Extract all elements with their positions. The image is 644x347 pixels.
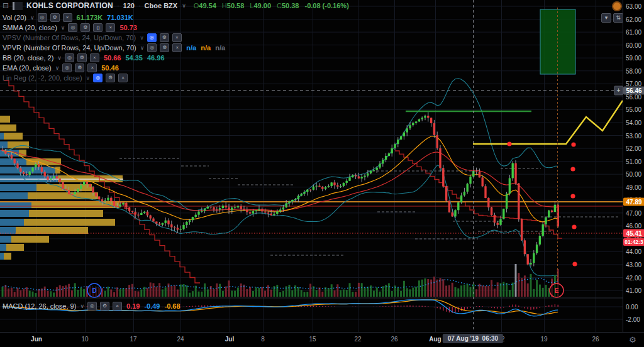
gear-icon[interactable]: ⚙	[160, 33, 169, 42]
indicator-value: n/a	[215, 44, 225, 52]
time-tick-label: 22	[354, 336, 361, 343]
eye-icon[interactable]: ◎	[93, 74, 103, 82]
red-dot-marker[interactable]	[570, 167, 575, 171]
price-tick-label: 46.00	[626, 223, 641, 229]
close-icon[interactable]: ×	[172, 33, 182, 42]
indicator-row-smma: SMMA (20, close)∨◎⚙{}×50.73	[3, 23, 225, 32]
close-icon[interactable]: ×	[87, 63, 97, 72]
add-alert-plus-button[interactable]: +	[614, 86, 623, 96]
volume-profile-down-bar	[4, 133, 23, 140]
indicator-label[interactable]: EMA (20, close)	[3, 64, 52, 72]
indicator-label[interactable]: MACD (12, 26, close, 9)	[3, 302, 76, 310]
svg-text:E: E	[555, 287, 559, 294]
interval-selector[interactable]: 120	[123, 2, 135, 9]
top-right-controls: ▾ ⇅	[601, 1, 623, 23]
indicator-legend: Vol (20)∨◎⚙×61.173K71.031KSMMA (20, clos…	[3, 13, 225, 83]
volume-profile-up-bar	[0, 236, 11, 243]
price-tick-label: 59.00	[626, 55, 641, 62]
macd-tick-label: -2.00	[626, 316, 640, 323]
volume-profile-down-bar	[28, 192, 98, 199]
red-dot-marker[interactable]	[572, 262, 577, 266]
close-icon[interactable]: ×	[106, 23, 115, 32]
eye-icon[interactable]: ◎	[68, 23, 77, 32]
eye-icon[interactable]: ◎	[65, 53, 74, 62]
indicator-label[interactable]: VPVR (Number Of Rows, 24, Up/Down, 70)	[3, 44, 136, 52]
chevron-down-icon[interactable]: ∨	[80, 303, 84, 309]
exchange-selector[interactable]: Cboe BZX	[145, 2, 178, 9]
chevron-down-icon[interactable]: ∨	[61, 25, 65, 31]
close-icon[interactable]: ×	[118, 74, 128, 82]
volume-profile-up-bar	[0, 219, 24, 226]
gear-icon[interactable]: ⚙	[106, 74, 115, 82]
price-axis[interactable]: 63.0062.0061.0060.0059.0058.0057.0056.00…	[623, 0, 644, 332]
separator: ·	[117, 2, 119, 9]
indicator-value: -0.68	[164, 302, 180, 310]
indicator-value: 50.66	[104, 54, 121, 62]
indicator-value: 50.46	[101, 64, 119, 72]
crosshair-time-badge: 07 Aug '19 06:30	[443, 334, 503, 343]
eye-icon[interactable]: ◎	[87, 302, 97, 311]
symbol-title[interactable]: KOHLS CORPORATION	[26, 1, 113, 10]
indicator-label[interactable]: VPSV (Number Of Rows, 24, Up/Down, 70)	[3, 34, 136, 41]
close-icon[interactable]: ×	[172, 43, 182, 52]
symbol-logo	[13, 2, 23, 10]
indicator-value: 71.031K	[107, 14, 133, 21]
red-dot-marker[interactable]	[507, 141, 511, 146]
chevron-down-icon[interactable]: ∨	[140, 45, 145, 51]
volume-profile-up-bar	[0, 133, 4, 140]
alert-dot-icon[interactable]	[612, 1, 622, 11]
gear-icon[interactable]: ⚙	[80, 23, 90, 32]
chevron-down-icon[interactable]: ∨	[86, 75, 91, 81]
price-tick-label: 55.00	[626, 106, 641, 113]
price-tick-label: 60.00	[626, 41, 641, 48]
eye-icon[interactable]: ◎	[62, 63, 72, 72]
indicator-label[interactable]: BB (20, close, 2)	[3, 54, 53, 62]
gear-icon[interactable]: ⚙	[77, 53, 87, 62]
ohlc-value: -0.08 (-0.16%)	[304, 2, 348, 9]
collapse-panel-icon[interactable]: ⊟	[3, 1, 9, 10]
gear-icon[interactable]: ⚙	[100, 302, 109, 311]
trading-chart-window: DE ⊟ KOHLS CORPORATION · 120 · Cboe BZX …	[0, 0, 644, 347]
source-code-icon[interactable]: {}	[93, 23, 103, 32]
eye-icon[interactable]: ◎	[147, 33, 157, 42]
indicator-row-bb: BB (20, close, 2)∨◎⚙×50.6654.3546.96	[3, 53, 225, 62]
chevron-down-icon[interactable]: ∨	[55, 65, 60, 71]
ohlc-value: O49.54	[194, 2, 216, 9]
price-tick-label: 61.00	[626, 29, 641, 36]
indicator-label[interactable]: Lin Reg (2, -2, 200, close)	[3, 74, 82, 82]
indicator-row-vol: Vol (20)∨◎⚙×61.173K71.031K	[3, 13, 225, 22]
red-dot-marker[interactable]	[570, 194, 575, 198]
eye-icon[interactable]: ◎	[38, 13, 47, 22]
gear-icon[interactable]: ⚙	[50, 13, 60, 22]
time-tick-label: 8	[261, 336, 265, 343]
indicator-value: 0.19	[126, 302, 140, 310]
axis-settings-gear-icon[interactable]: ⚙	[629, 335, 636, 344]
indicator-label[interactable]: SMMA (20, close)	[3, 24, 57, 31]
indicator-label[interactable]: Vol (20)	[3, 14, 26, 21]
expand-collapse-button[interactable]: ⇅	[613, 13, 623, 23]
indicator-value: 61.173K	[77, 14, 103, 21]
indicator-value: 54.35	[125, 54, 143, 62]
close-icon[interactable]: ×	[63, 13, 72, 22]
close-icon[interactable]: ×	[90, 53, 99, 62]
red-dot-marker[interactable]	[572, 224, 576, 229]
volume-profile-down-bar	[36, 184, 92, 191]
red-dot-marker[interactable]	[571, 142, 575, 146]
indicator-value: 50.73	[119, 24, 137, 31]
price-badge: 47.89	[623, 198, 644, 206]
collapse-down-button[interactable]: ▾	[601, 13, 611, 23]
eye-icon[interactable]: ◎	[147, 43, 157, 52]
gear-icon[interactable]: ⚙	[160, 43, 169, 52]
chevron-down-icon[interactable]: ∨	[140, 35, 144, 41]
gear-icon[interactable]: ⚙	[75, 63, 84, 72]
close-icon[interactable]: ×	[113, 302, 122, 311]
price-tick-label: 42.00	[626, 274, 641, 281]
chevron-down-icon[interactable]: ∨	[30, 14, 35, 21]
chevron-down-icon[interactable]: ∨	[57, 55, 62, 61]
time-axis[interactable]: Jun101724Jul8152226Aug12192607 Aug '19 0…	[0, 332, 644, 347]
chevron-down-icon[interactable]: ∨	[182, 3, 186, 9]
indicator-row-linreg: Lin Reg (2, -2, 200, close)∨◎⚙×	[3, 73, 225, 82]
volume-profile-down-bar	[0, 116, 10, 123]
symbol-header: ⊟ KOHLS CORPORATION · 120 · Cboe BZX ∨ O…	[3, 1, 349, 11]
time-tick-label: 19	[540, 336, 547, 343]
